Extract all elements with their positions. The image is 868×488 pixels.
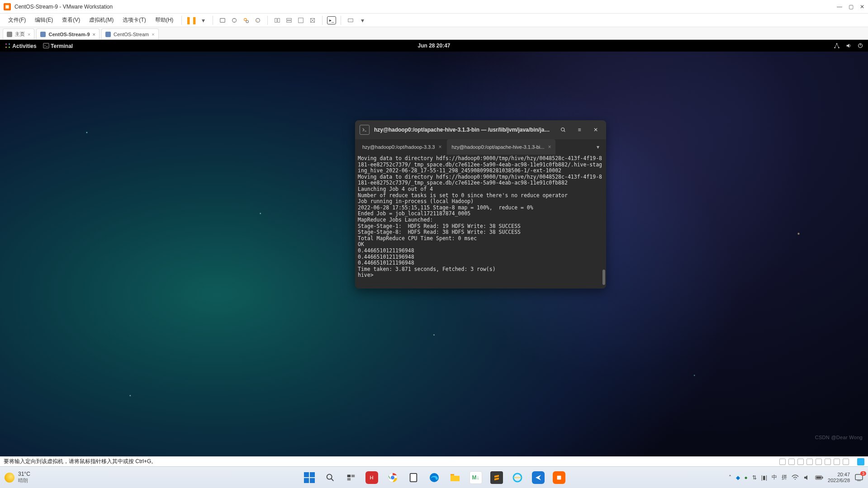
activities-button[interactable]: Activities <box>5 43 37 49</box>
terminal-indicator[interactable]: Terminal <box>43 43 73 49</box>
terminal-tab-close-icon[interactable]: × <box>548 144 551 150</box>
console-button-active[interactable]: ▸_ <box>327 16 336 24</box>
vm-icon <box>40 32 46 37</box>
svg-rect-32 <box>451 474 454 475</box>
svg-rect-36 <box>822 477 823 479</box>
gnome-terminal-window[interactable]: hzy@hadoop0:/opt/apache-hive-3.1.3-bin —… <box>355 120 606 289</box>
network-icon[interactable] <box>834 43 840 49</box>
svg-rect-34 <box>557 475 561 479</box>
start-button[interactable] <box>303 471 316 484</box>
tray-ime-zh[interactable]: 中 <box>772 474 777 481</box>
tab-centos9[interactable]: CentOS-Stream-9 × <box>36 28 100 39</box>
status-disk-icon[interactable] <box>788 459 795 465</box>
tab-close-icon[interactable]: × <box>93 32 95 37</box>
tray-ime-pin[interactable]: 拼 <box>782 474 787 481</box>
tab-close-icon[interactable]: × <box>28 32 30 37</box>
tray-headset-icon[interactable]: |▮| <box>761 474 767 481</box>
gnome-clock[interactable]: Jun 28 20:47 <box>417 43 450 49</box>
minimize-button[interactable]: — <box>837 4 842 10</box>
tray-settings-icon[interactable]: ⇅ <box>752 474 757 481</box>
terminal-tab-dropdown[interactable]: ▾ <box>593 139 603 155</box>
stretch-dropdown[interactable]: ▾ <box>357 15 367 25</box>
pause-dropdown[interactable]: ▾ <box>198 15 208 25</box>
terminal-tab-hive[interactable]: hzy@hadoop0:/opt/apache-hive-3.1.3-bi...… <box>447 139 555 155</box>
app-icon-vmware[interactable] <box>553 471 565 484</box>
app-icon-huawei[interactable]: H <box>365 471 378 484</box>
svg-point-29 <box>391 476 394 479</box>
menu-file[interactable]: 文件(F) <box>5 14 29 26</box>
layout-icon-2[interactable] <box>284 15 294 25</box>
taskbar-weather[interactable]: 31°C 晴朗 <box>5 471 30 484</box>
terminal-tab-close-icon[interactable]: × <box>438 144 441 150</box>
tray-shield-icon[interactable]: ● <box>745 474 748 481</box>
terminal-scrollbar[interactable] <box>602 270 605 285</box>
svg-rect-9 <box>287 18 292 20</box>
terminal-label: Terminal <box>51 43 73 49</box>
notif-badge: 3 <box>860 471 866 476</box>
menu-edit[interactable]: 编辑(E) <box>31 14 57 26</box>
terminal-close-button[interactable]: ✕ <box>590 124 602 136</box>
app-icon-sublime[interactable] <box>490 471 503 484</box>
svg-rect-18 <box>43 43 49 48</box>
app-icon-explorer[interactable] <box>449 471 461 484</box>
vmware-statusbar: 要将输入定向到该虚拟机，请将鼠标指针移入其中或按 Ctrl+G。 <box>0 456 868 466</box>
tray-wifi-icon[interactable] <box>792 474 799 481</box>
taskbar-taskview-icon[interactable] <box>345 471 357 484</box>
maximize-button[interactable]: ▢ <box>849 4 854 10</box>
snapshot-manager-icon[interactable] <box>241 15 251 25</box>
status-monitor-icon[interactable] <box>779 459 786 465</box>
status-sound-icon[interactable] <box>834 459 840 465</box>
terminal-tab-hadoop[interactable]: hzy@hadoop0:/opt/hadoop-3.3.3 × <box>358 139 446 155</box>
status-printer-icon[interactable] <box>825 459 831 465</box>
menu-vm[interactable]: 虚拟机(M) <box>85 14 117 26</box>
taskbar-search-icon[interactable] <box>324 471 337 484</box>
app-icon-ie[interactable] <box>511 471 524 484</box>
status-net-icon[interactable] <box>806 459 813 465</box>
app-icon-feishu[interactable] <box>532 471 545 484</box>
menu-help[interactable]: 帮助(H) <box>152 14 177 26</box>
status-camera-icon[interactable] <box>843 459 849 465</box>
weather-temp: 31°C <box>18 471 30 477</box>
app-icon-notes[interactable] <box>407 471 420 484</box>
app-icon-markdown[interactable]: M↓ <box>470 471 482 484</box>
app-icon-chrome[interactable] <box>386 471 399 484</box>
svg-point-23 <box>561 128 564 131</box>
volume-icon[interactable] <box>845 43 852 49</box>
unity-icon[interactable] <box>308 15 318 25</box>
tray-volume-icon[interactable] <box>803 474 811 481</box>
tab-centos[interactable]: CentOS-Stream × <box>101 28 159 39</box>
snapshot-icon[interactable] <box>229 15 239 25</box>
pause-vm-button[interactable]: ❚❚ <box>186 15 196 25</box>
tray-chevron-icon[interactable]: ˄ <box>729 474 731 481</box>
layout-icon-1[interactable] <box>272 15 282 25</box>
tab-close-icon[interactable]: × <box>152 32 154 37</box>
menu-tabs[interactable]: 选项卡(T) <box>119 14 149 26</box>
terminal-titlebar[interactable]: hzy@hadoop0:/opt/apache-hive-3.1.3-bin —… <box>355 120 606 139</box>
terminal-app-icon <box>360 125 370 135</box>
terminal-menu-button[interactable]: ≡ <box>574 124 585 136</box>
fullscreen-icon[interactable] <box>296 15 306 25</box>
tab-home[interactable]: 主页 × <box>3 28 34 39</box>
terminal-search-button[interactable] <box>557 124 569 136</box>
terminal-output: Moving data to directory hdfs://hadoop0:… <box>358 156 603 279</box>
terminal-body[interactable]: Moving data to directory hdfs://hadoop0:… <box>355 155 606 289</box>
tray-clock[interactable]: 20:47 2022/6/28 <box>828 472 850 483</box>
vm-viewport[interactable]: Activities Terminal Jun 28 20:47 hzy@had… <box>0 40 868 456</box>
tray-notifications-button[interactable]: 3 <box>854 473 863 482</box>
revert-snapshot-icon[interactable] <box>253 15 263 25</box>
menu-view[interactable]: 查看(V) <box>58 14 84 26</box>
stretch-icon[interactable] <box>346 15 356 25</box>
close-button[interactable]: ✕ <box>860 4 864 10</box>
svg-point-15 <box>9 43 10 45</box>
terminal-tab-hadoop-label: hzy@hadoop0:/opt/hadoop-3.3.3 <box>362 144 435 150</box>
tray-battery-icon[interactable] <box>815 475 823 480</box>
status-message-icon[interactable] <box>857 458 864 465</box>
svg-rect-2 <box>220 18 225 22</box>
vm-tab-bar: 主页 × CentOS-Stream-9 × CentOS-Stream × <box>0 27 868 40</box>
tray-onedrive-icon[interactable]: ◆ <box>736 474 740 481</box>
power-icon[interactable] <box>857 43 863 49</box>
status-cd-icon[interactable] <box>797 459 804 465</box>
send-ctrl-alt-del-icon[interactable] <box>218 15 228 25</box>
app-icon-edge[interactable] <box>428 471 441 484</box>
status-usb-icon[interactable] <box>816 459 822 465</box>
